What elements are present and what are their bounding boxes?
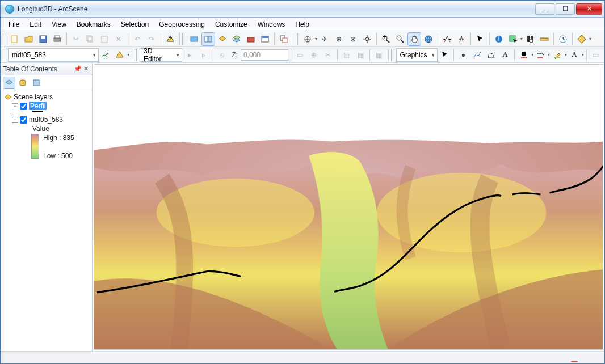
full-extent-icon[interactable] xyxy=(422,32,435,46)
3d-editor-dropdown[interactable]: 3D Editor xyxy=(140,48,182,62)
menu-geoprocessing[interactable]: Geoprocessing xyxy=(154,19,209,30)
svg-text:-: - xyxy=(398,35,400,41)
copy-icon[interactable] xyxy=(83,32,97,46)
text-color-icon[interactable]: A xyxy=(568,48,581,62)
svg-rect-11 xyxy=(205,36,208,42)
symbology-icon[interactable] xyxy=(114,48,127,62)
toolbar-grip[interactable] xyxy=(135,49,137,61)
delete-icon[interactable]: ✕ xyxy=(112,32,125,46)
source-icon[interactable] xyxy=(99,48,113,62)
trim-icon[interactable]: ✂ xyxy=(321,48,335,62)
tree-layer-perfil[interactable]: − Perfil xyxy=(2,101,91,111)
split-icon[interactable]: ▭ xyxy=(293,48,307,62)
time-slider-icon[interactable] xyxy=(556,32,570,46)
target-icon[interactable]: ⊕ xyxy=(332,32,346,46)
layer-stack-icon[interactable] xyxy=(230,32,243,46)
animation-icon[interactable] xyxy=(575,32,589,46)
select-graphic-icon[interactable] xyxy=(438,48,452,62)
sketch-props-icon[interactable]: ▦ xyxy=(354,48,367,62)
undo-icon[interactable]: ↶ xyxy=(131,32,144,46)
expand-fov-icon[interactable] xyxy=(440,32,454,46)
layer-visibility-checkbox[interactable] xyxy=(20,103,27,110)
text-graphic-icon[interactable]: A xyxy=(498,48,512,62)
redo-icon[interactable]: ↷ xyxy=(145,32,158,46)
svg-marker-40 xyxy=(116,52,123,57)
layer-combo[interactable]: mdt05_583 xyxy=(8,48,99,62)
scene-viewport[interactable] xyxy=(94,64,603,350)
navigate-icon[interactable] xyxy=(301,32,314,46)
menu-help[interactable]: Help xyxy=(291,19,314,30)
narrow-fov-icon[interactable] xyxy=(455,32,468,46)
toolbar-grip[interactable] xyxy=(3,49,6,61)
edit-tool-icon[interactable]: ▸ xyxy=(183,48,196,62)
point-graphic-icon[interactable]: ● xyxy=(456,48,470,62)
subwindow-icon[interactable] xyxy=(277,32,291,46)
cut-icon[interactable]: ✂ xyxy=(69,32,83,46)
fill-color-icon[interactable] xyxy=(517,48,531,62)
save-icon[interactable] xyxy=(36,32,50,46)
toolbar-grip[interactable] xyxy=(3,33,6,45)
toolbar-grip[interactable] xyxy=(391,49,394,61)
menu-customize[interactable]: Customize xyxy=(211,19,252,30)
edit-vertex-icon[interactable]: ▹ xyxy=(197,48,211,62)
snap-icon[interactable]: ⊕ xyxy=(308,48,321,62)
layer-visibility-checkbox[interactable] xyxy=(20,116,27,124)
select-arrow-icon[interactable] xyxy=(473,32,487,46)
window-icon[interactable] xyxy=(258,32,272,46)
line-color-icon[interactable] xyxy=(534,48,548,62)
add-layer-icon[interactable] xyxy=(216,32,229,46)
pan-icon[interactable] xyxy=(407,32,421,46)
collapse-icon[interactable]: − xyxy=(12,117,18,123)
menu-file[interactable]: File xyxy=(4,19,24,30)
menu-edit[interactable]: Edit xyxy=(25,19,46,30)
identify-icon[interactable]: i xyxy=(492,32,506,46)
toc-header[interactable]: Table Of Contents 📌 ✕ xyxy=(1,63,92,75)
open-icon[interactable] xyxy=(22,32,36,46)
close-button[interactable]: ✕ xyxy=(576,3,602,15)
minimize-button[interactable]: — xyxy=(535,3,554,15)
list-source-icon[interactable] xyxy=(16,77,29,89)
maximize-button[interactable]: ☐ xyxy=(556,3,575,15)
list-selection-icon[interactable] xyxy=(30,77,43,89)
polygon-graphic-icon[interactable] xyxy=(485,48,498,62)
new-icon[interactable] xyxy=(8,32,22,46)
add-data-icon[interactable]: + xyxy=(163,32,177,46)
create-features-icon[interactable]: ▥ xyxy=(372,48,386,62)
measure-icon[interactable] xyxy=(537,32,551,46)
select-feature-icon[interactable] xyxy=(506,32,520,46)
layer-label-mdt[interactable]: mdt05_583 xyxy=(29,116,63,124)
fly-icon[interactable]: ✈ xyxy=(318,32,331,46)
collapse-icon[interactable]: − xyxy=(12,103,18,109)
toolbar-grip[interactable] xyxy=(296,33,299,45)
title-bar[interactable]: Longitud3D - ArcScene — ☐ ✕ xyxy=(1,1,604,18)
paste-icon[interactable] xyxy=(98,32,111,46)
graphics-dropdown[interactable]: Graphics xyxy=(396,48,438,62)
z-input[interactable] xyxy=(241,49,288,61)
zoom-in-icon[interactable]: + xyxy=(379,32,393,46)
layer-label-perfil[interactable]: Perfil xyxy=(29,102,47,110)
find-icon[interactable] xyxy=(523,32,537,46)
toggle-toc-icon[interactable] xyxy=(201,32,215,46)
edit-placement-icon[interactable]: ⎋ xyxy=(216,48,229,62)
menu-selection[interactable]: Selection xyxy=(116,19,153,30)
zoom-out-icon[interactable]: - xyxy=(393,32,407,46)
tree-root[interactable]: Scene layers xyxy=(2,92,91,101)
close-panel-icon[interactable]: ✕ xyxy=(82,65,90,73)
marker-color-icon[interactable] xyxy=(551,48,564,62)
menu-view[interactable]: View xyxy=(47,19,71,30)
pin-icon[interactable]: 📌 xyxy=(74,65,82,73)
menu-windows[interactable]: Windows xyxy=(253,19,290,30)
toc-tree[interactable]: Scene layers − Perfil − mdt05_583 Value xyxy=(1,90,92,351)
group-elements-icon[interactable]: ▭ xyxy=(589,48,603,62)
toolbox-icon[interactable] xyxy=(244,32,258,46)
tree-layer-mdt[interactable]: − mdt05_583 xyxy=(2,115,91,124)
print-icon[interactable] xyxy=(51,32,64,46)
observer-icon[interactable]: ⊛ xyxy=(346,32,360,46)
scene-props-icon[interactable] xyxy=(187,32,201,46)
line-graphic-icon[interactable] xyxy=(470,48,484,62)
attributes-icon[interactable]: ▤ xyxy=(340,48,354,62)
list-drawing-order-icon[interactable] xyxy=(3,77,15,89)
menu-bookmarks[interactable]: Bookmarks xyxy=(72,19,115,30)
toolbar-grip[interactable] xyxy=(182,33,185,45)
zoom-target-icon[interactable] xyxy=(360,32,374,46)
